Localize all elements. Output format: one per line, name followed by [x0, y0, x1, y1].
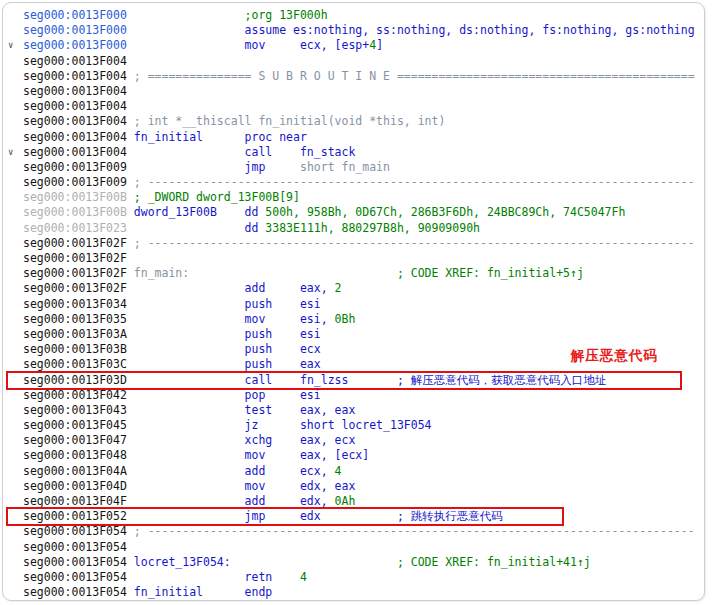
- asm-line[interactable]: seg000:0013F009 jmp short fn_main: [23, 160, 704, 175]
- code-text: dword_13F00B dd: [134, 205, 266, 219]
- address: seg000:0013F000: [23, 23, 134, 37]
- code-text: ; --------------------------------------…: [134, 236, 695, 250]
- address: seg000:0013F054: [23, 555, 134, 569]
- address: seg000:0013F004: [23, 114, 134, 128]
- asm-line[interactable]: seg000:0013F03A push esi: [23, 327, 704, 342]
- asm-line[interactable]: seg000:0013F02F fn_main: ; CODE XREF: fn…: [23, 266, 704, 281]
- asm-line[interactable]: seg000:0013F04F add edx, 0Ah: [23, 494, 704, 509]
- asm-line[interactable]: seg000:0013F054 ; ----------------------…: [23, 524, 704, 539]
- asm-line[interactable]: seg000:0013F052 jmp edx ; 跳转执行恶意代码: [23, 509, 704, 524]
- asm-line[interactable]: seg000:0013F054: [23, 540, 704, 555]
- asm-line[interactable]: seg000:0013F04D mov edx, eax: [23, 479, 704, 494]
- asm-line[interactable]: seg000:0013F00B ; _DWORD dword_13F00B[9]: [23, 190, 704, 205]
- code-text: pop esi: [134, 388, 321, 402]
- code-text: ; 解压恶意代码，获取恶意代码入口地址: [397, 373, 606, 387]
- code-text: short fn_main: [300, 160, 390, 174]
- code-text: ; CODE XREF: fn_initial+41↑j: [397, 555, 591, 569]
- code-text: mov esi,: [134, 312, 335, 326]
- asm-line[interactable]: seg000:0013F047 xchg eax, ecx: [23, 433, 704, 448]
- code-text: push ecx: [134, 342, 321, 356]
- address: seg000:0013F034: [23, 297, 134, 311]
- code-text: [189, 266, 397, 280]
- asm-line[interactable]: ∨seg000:0013F004 call fn_stack: [23, 145, 704, 160]
- asm-line[interactable]: seg000:0013F00B dword_13F00B dd 500h, 95…: [23, 205, 704, 220]
- asm-line[interactable]: seg000:0013F03D call fn_lzss ; 解压恶意代码，获取…: [23, 373, 704, 388]
- asm-line[interactable]: seg000:0013F042 pop esi: [23, 388, 704, 403]
- code-text: xchg eax, ecx: [134, 433, 356, 447]
- code-text: add edx,: [134, 494, 335, 508]
- address: seg000:0013F048: [23, 448, 134, 462]
- code-text: 500h, 958Bh, 0D67Ch, 286B3F6Dh, 24BBC89C…: [265, 205, 625, 219]
- address: seg000:0013F000: [23, 38, 134, 52]
- address: seg000:0013F009: [23, 175, 134, 189]
- asm-line[interactable]: seg000:0013F054 retn 4: [23, 570, 704, 585]
- address: seg000:0013F03D: [23, 373, 134, 387]
- asm-line[interactable]: ∨seg000:0013F000 mov ecx, [esp+4]: [23, 38, 704, 53]
- address: seg000:0013F054: [23, 540, 134, 554]
- code-text: mov eax, [ecx]: [134, 448, 369, 462]
- asm-line[interactable]: seg000:0013F009 ; ----------------------…: [23, 175, 704, 190]
- asm-line[interactable]: seg000:0013F004 fn_initial proc near: [23, 130, 704, 145]
- asm-line[interactable]: seg000:0013F004 ; int *__thiscall fn_ini…: [23, 114, 704, 129]
- code-text: ;org 13F000h: [134, 8, 328, 22]
- asm-line[interactable]: seg000:0013F004: [23, 84, 704, 99]
- asm-line[interactable]: seg000:0013F054 locret_13F054: ; CODE XR…: [23, 555, 704, 570]
- asm-line[interactable]: seg000:0013F045 jz short locret_13F054: [23, 418, 704, 433]
- asm-line[interactable]: seg000:0013F034 push esi: [23, 297, 704, 312]
- asm-line[interactable]: seg000:0013F000 ;org 13F000h: [23, 8, 704, 23]
- address: seg000:0013F03A: [23, 327, 134, 341]
- address: seg000:0013F047: [23, 433, 134, 447]
- collapse-arrow-icon[interactable]: ∨: [8, 145, 13, 160]
- code-text: locret_13F054:: [134, 555, 231, 569]
- code-text: 3383E111h, 880297B8h, 90909090h: [265, 221, 480, 235]
- code-text: jmp edx: [134, 509, 321, 523]
- address: seg000:0013F004: [23, 84, 134, 98]
- code-text: [231, 555, 397, 569]
- asm-line[interactable]: seg000:0013F02F add eax, 2: [23, 281, 704, 296]
- code-text: dd: [134, 221, 266, 235]
- asm-line[interactable]: seg000:0013F02F: [23, 251, 704, 266]
- code-text: 2: [335, 281, 342, 295]
- code-text: mov ecx, [esp+: [134, 38, 369, 52]
- address: seg000:0013F052: [23, 509, 134, 523]
- collapse-arrow-icon[interactable]: ∨: [8, 38, 13, 53]
- disassembly-window: seg000:0013F000 ;org 13F000hseg000:0013F…: [2, 2, 705, 601]
- code-text: push esi: [134, 327, 321, 341]
- code-text: 4: [335, 464, 342, 478]
- address: seg000:0013F004: [23, 99, 134, 113]
- code-text: jmp: [134, 160, 300, 174]
- address: seg000:0013F004: [23, 130, 134, 144]
- address: seg000:0013F000: [23, 8, 134, 22]
- code-text: ]: [376, 38, 383, 52]
- asm-line[interactable]: seg000:0013F000 assume es:nothing, ss:no…: [23, 23, 704, 38]
- code-text: ; --------------------------------------…: [134, 175, 695, 189]
- code-text: [321, 509, 397, 523]
- code-text: push esi: [134, 297, 321, 311]
- asm-line[interactable]: seg000:0013F004: [23, 99, 704, 114]
- asm-line[interactable]: seg000:0013F054 fn_initial endp: [23, 585, 704, 600]
- asm-line[interactable]: seg000:0013F023 dd 3383E111h, 880297B8h,…: [23, 221, 704, 236]
- address: seg000:0013F02F: [23, 251, 134, 265]
- asm-line[interactable]: seg000:0013F004 ; =============== S U B …: [23, 69, 704, 84]
- address: seg000:0013F00B: [23, 190, 134, 204]
- code-text: add ecx,: [134, 464, 335, 478]
- address: seg000:0013F04A: [23, 464, 134, 478]
- code-text: jz short locret_13F054: [134, 418, 432, 432]
- address: seg000:0013F045: [23, 418, 134, 432]
- asm-line[interactable]: seg000:0013F004: [23, 54, 704, 69]
- asm-line[interactable]: seg000:0013F02F ; ----------------------…: [23, 236, 704, 251]
- address: seg000:0013F054: [23, 570, 134, 584]
- asm-line[interactable]: seg000:0013F048 mov eax, [ecx]: [23, 448, 704, 463]
- asm-line[interactable]: seg000:0013F043 test eax, eax: [23, 403, 704, 418]
- address: seg000:0013F042: [23, 388, 134, 402]
- address: seg000:0013F009: [23, 160, 134, 174]
- address: seg000:0013F054: [23, 524, 134, 538]
- asm-line[interactable]: seg000:0013F04A add ecx, 4: [23, 464, 704, 479]
- address: seg000:0013F04D: [23, 479, 134, 493]
- asm-line[interactable]: seg000:0013F035 mov esi, 0Bh: [23, 312, 704, 327]
- code-text: [348, 373, 396, 387]
- code-text: 0Bh: [335, 312, 356, 326]
- code-text: 0Ah: [335, 494, 356, 508]
- code-text: assume es:nothing, ss:nothing, ds:nothin…: [134, 23, 695, 37]
- address: seg000:0013F02F: [23, 266, 134, 280]
